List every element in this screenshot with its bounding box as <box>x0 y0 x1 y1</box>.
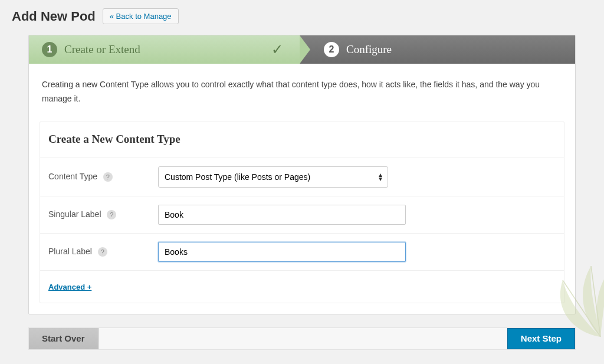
form-table: Content Type ? Custom Post Type (like Po… <box>40 158 564 303</box>
page-title: Add New Pod <box>12 9 96 24</box>
advanced-toggle-link[interactable]: Advanced + <box>48 283 91 291</box>
step-label-2: Configure <box>346 43 392 56</box>
help-icon[interactable]: ? <box>107 210 116 219</box>
label-plural: Plural Label ? <box>40 233 158 270</box>
label-content-type: Content Type ? <box>40 158 158 196</box>
row-advanced: Advanced + <box>40 270 564 303</box>
wizard-body: Creating a new Content Type allows you t… <box>29 64 575 314</box>
singular-label-input[interactable] <box>158 205 406 225</box>
help-icon[interactable]: ? <box>103 172 113 182</box>
step-create-or-extend[interactable]: 1 Create or Extend ✓ <box>29 35 300 64</box>
step-label-1: Create or Extend <box>64 43 140 56</box>
label-singular: Singular Label ? <box>40 196 158 233</box>
intro-text: Creating a new Content Type allows you t… <box>40 78 564 122</box>
check-icon: ✓ <box>271 41 287 58</box>
step-number-2: 2 <box>324 42 339 57</box>
row-singular-label: Singular Label ? <box>40 196 564 233</box>
content-type-select[interactable]: Custom Post Type (like Posts or Pages) <box>158 166 388 188</box>
step-number-1: 1 <box>42 42 57 57</box>
start-over-button[interactable]: Start Over <box>29 328 99 349</box>
next-step-button[interactable]: Next Step <box>507 328 575 349</box>
wizard-container: 1 Create or Extend ✓ 2 Configure Creatin… <box>28 35 576 314</box>
plural-label-input[interactable] <box>158 242 406 262</box>
content-type-select-wrap: Custom Post Type (like Posts or Pages) ▴… <box>158 166 388 188</box>
help-icon[interactable]: ? <box>98 247 107 257</box>
row-content-type: Content Type ? Custom Post Type (like Po… <box>40 158 564 196</box>
panel-title: Create a New Content Type <box>40 122 564 149</box>
row-plural-label: Plural Label ? <box>40 233 564 270</box>
step-configure[interactable]: 2 Configure <box>300 35 575 64</box>
back-to-manage-button[interactable]: « Back to Manage <box>103 8 179 24</box>
create-content-type-panel: Create a New Content Type Content Type ?… <box>40 122 564 303</box>
page-header: Add New Pod « Back to Manage <box>0 0 604 35</box>
wizard-steps: 1 Create or Extend ✓ 2 Configure <box>29 35 575 64</box>
wizard-footer: Start Over Next Step <box>28 327 576 350</box>
